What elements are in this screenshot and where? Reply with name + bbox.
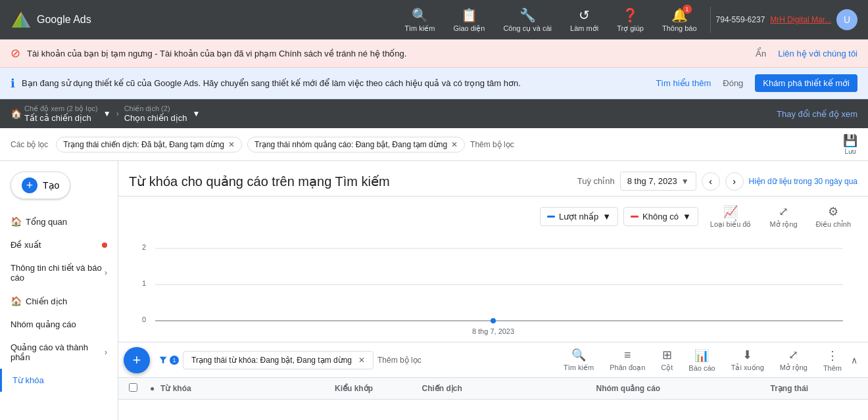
report-label: Báo cáo — [688, 364, 715, 372]
chevron-right-icon-2: › — [105, 348, 107, 357]
tools-icon: 🔧 — [519, 7, 536, 23]
logo-text: Google Ads — [37, 14, 91, 26]
breadcrumb-bar: 🏠 Chế độ xem (2 bộ lọc) Tất cả chiến dịc… — [0, 99, 868, 128]
date-dropdown-icon: ▼ — [681, 177, 689, 186]
sidebar-item-nhom-quang-cao[interactable]: Nhóm quảng cáo — [0, 313, 118, 336]
date-next-button[interactable]: › — [725, 172, 744, 191]
expand-table-label: Mở rộng — [780, 363, 808, 372]
filter-chip-campaign-status[interactable]: Trạng thái chiến dịch: Đã bật, Đang tạm … — [56, 137, 242, 152]
table-header-keyword[interactable]: Từ khóa — [160, 384, 335, 393]
warning-circle-icon: ⊘ — [11, 46, 20, 60]
account-name: MrH Digital Mar... — [770, 15, 831, 24]
filter-chip-adgroup-close-icon[interactable]: ✕ — [451, 140, 458, 149]
chevron-down-icon: ▼ — [103, 109, 111, 118]
download-icon: ⬇ — [742, 348, 752, 362]
refresh-icon: ↺ — [579, 7, 590, 23]
add-fab-button[interactable]: + — [124, 347, 150, 373]
keyword-status-filter-chip[interactable]: Trạng thái từ khóa: Đang bật, Đang tạm d… — [183, 351, 374, 369]
select-all-checkbox[interactable] — [129, 383, 137, 392]
svg-text:2: 2 — [142, 243, 146, 251]
expand-icon: ⤢ — [779, 204, 788, 219]
sidebar-item-thong-tin[interactable]: Thông tin chi tiết và báo cáo › — [0, 256, 118, 289]
breadcrumb-campaign-select[interactable]: Chiến dịch (2) Chọn chiến dịch ▼ — [124, 105, 201, 123]
save-filter-button[interactable]: 💾 Lưu — [843, 133, 857, 155]
learn-more-link[interactable]: Tìm hiểu thêm — [656, 78, 711, 88]
sidebar-item-de-xuat[interactable]: Đề xuất — [0, 233, 118, 256]
sidebar-de-xuat-label: Đề xuất — [11, 240, 41, 250]
alert-close-button[interactable]: Đóng — [723, 78, 743, 88]
table-header-adgroup[interactable]: Nhóm quảng cáo — [596, 384, 771, 393]
more-button[interactable]: ⋮ Thêm — [817, 346, 848, 375]
segment-label: Phân đoạn — [610, 363, 645, 372]
explore-design-button[interactable]: Khám phá thiết kế mới — [755, 74, 857, 92]
svg-text:8 thg 7, 2023: 8 thg 7, 2023 — [472, 327, 514, 335]
account-info[interactable]: 794-559-6237 MrH Digital Mar... U — [716, 9, 857, 30]
metric1-dropdown[interactable]: Lượt nhấp ▼ — [540, 207, 618, 226]
home-sidebar-icon: 🏠 — [11, 216, 22, 227]
filter-chip-adgroup-status[interactable]: Trạng thái nhóm quảng cáo: Đang bật, Đan… — [247, 137, 465, 152]
alert-hide-button[interactable]: Ẩn — [756, 49, 766, 58]
red-alert-message: Tài khoản của bạn bị tạm ngưng - Tài kho… — [27, 49, 744, 58]
alert-contact-link[interactable]: Liên hệ với chúng tôi — [778, 49, 857, 58]
report-button[interactable]: 📊 Báo cáo — [682, 346, 721, 375]
show-30-days-link[interactable]: Hiện dữ liệu trong 30 ngày qua — [749, 177, 857, 186]
metric2-dropdown[interactable]: Không có ▼ — [623, 207, 698, 226]
nav-thong-bao-label: Thông báo — [662, 24, 697, 32]
line-chart-icon: 📈 — [723, 204, 738, 219]
main-content: Từ khóa cho quảng cáo trên mạng Tìm kiếm… — [118, 161, 868, 420]
table-header-status-dot: ● — [150, 384, 160, 393]
nav-cong-cu[interactable]: 🔧 Công cụ và cài — [495, 5, 560, 35]
breadcrumb-all-campaigns[interactable]: 🏠 Chế độ xem (2 bộ lọc) Tất cả chiến dịc… — [11, 105, 111, 123]
change-view-mode-link[interactable]: Thay đổi chế độ xem — [777, 109, 857, 119]
date-prev-button[interactable]: ‹ — [702, 172, 720, 191]
nav-tro-giup[interactable]: ❓ Trợ giúp — [609, 5, 652, 35]
segment-button[interactable]: ≡ Phân đoạn — [603, 346, 652, 375]
filter-chip-close-icon[interactable]: ✕ — [358, 356, 365, 365]
collapse-toolbar-icon[interactable]: ∧ — [851, 355, 857, 365]
sidebar-chien-dich-label: Chiến dịch — [26, 296, 67, 306]
filter-chip-campaign-status-text: Trạng thái chiến dịch: Đã bật, Đang tạm … — [63, 140, 224, 149]
chart-area: 2 1 0 8 thg 7, 2023 — [118, 237, 868, 342]
metric1-label: Lượt nhấp — [559, 212, 598, 222]
chart-expand-button[interactable]: ⤢ Mở rộng — [763, 202, 804, 231]
funnel-badge: 1 — [170, 356, 179, 365]
sidebar-item-quang-cao[interactable]: Quảng cáo và thành phần › — [0, 336, 118, 369]
page-title: Từ khóa cho quảng cáo trên mạng Tìm kiếm — [129, 174, 390, 189]
layout-icon: 📋 — [461, 7, 477, 23]
download-button[interactable]: ⬇ Tải xuống — [725, 345, 771, 375]
customize-label: Tuỳ chỉnh — [577, 176, 615, 186]
breadcrumb-all-campaigns-value: Tất cả chiến dịch — [24, 113, 98, 123]
red-alert-bar: ⊘ Tài khoản của bạn bị tạm ngưng - Tài k… — [0, 39, 868, 68]
create-plus-icon: + — [22, 177, 37, 193]
sidebar-nhom-quang-cao-label: Nhóm quảng cáo — [11, 319, 76, 329]
chart-controls: Lượt nhấp ▼ Không có ▼ 📈 Loại biểu đồ ⤢ … — [118, 197, 868, 237]
nav-lam-moi[interactable]: ↺ Làm mới — [562, 5, 606, 35]
table-header-match-type[interactable]: Kiểu khớp — [335, 384, 422, 393]
create-button[interactable]: + Tạo — [11, 172, 70, 199]
table-header-status[interactable]: Trạng thái — [771, 384, 858, 393]
add-filter-button[interactable]: Thêm bộ lọc — [470, 140, 514, 149]
table-header-campaign[interactable]: Chiến dịch — [422, 384, 596, 393]
more-icon: ⋮ — [827, 348, 838, 363]
table-header-checkbox[interactable] — [129, 383, 150, 394]
nav-search[interactable]: 🔍 Tìm kiếm — [397, 5, 443, 35]
filter-bar: Các bộ lọc Trạng thái chiến dịch: Đã bật… — [0, 128, 868, 161]
sidebar-item-tu-khoa[interactable]: Từ khóa — [0, 369, 118, 392]
add-filter-link[interactable]: Thêm bộ lọc — [377, 356, 422, 365]
nav-thong-bao[interactable]: 🔔 1 Thông báo — [654, 5, 705, 35]
breadcrumb-select-value: Chọn chiến dịch — [124, 113, 187, 123]
filter-chip-campaign-close-icon[interactable]: ✕ — [228, 140, 235, 149]
expand-table-button[interactable]: ⤢ Mở rộng — [773, 345, 814, 375]
columns-button[interactable]: ⊞ Cột — [654, 345, 679, 375]
date-selector[interactable]: 8 thg 7, 2023 ▼ — [620, 172, 696, 191]
sidebar-item-chien-dich[interactable]: 🏠 Chiến dịch — [0, 289, 118, 313]
avatar[interactable]: U — [836, 9, 857, 30]
sidebar-item-tong-quan[interactable]: 🏠 Tổng quan — [0, 210, 118, 233]
svg-text:1: 1 — [142, 279, 146, 287]
metric2-color-indicator — [631, 216, 639, 218]
chart-adjust-button[interactable]: ⚙ Điều chỉnh — [809, 202, 857, 231]
chart-type-button[interactable]: 📈 Loại biểu đồ — [704, 202, 758, 231]
search-toolbar-button[interactable]: 🔍 Tìm kiếm — [557, 345, 600, 375]
nav-giao-dien[interactable]: 📋 Giao diện — [445, 5, 493, 35]
top-navigation: Google Ads 🔍 Tìm kiếm 📋 Giao diện 🔧 Công… — [0, 0, 868, 39]
